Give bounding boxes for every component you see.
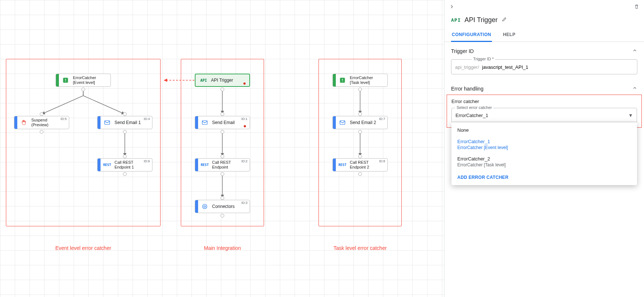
port-in[interactable] [123,112,127,116]
svg-rect-4 [202,121,207,125]
node-label: Send Email 2 [350,120,376,125]
node-label: API Trigger [211,78,233,83]
port-in[interactable] [221,196,224,200]
collapse-panel-icon[interactable] [449,4,455,11]
panel-tabs: CONFIGURATION HELP [444,28,644,42]
trigger-id-input[interactable] [481,64,633,70]
node-rest[interactable]: REST Call REST Endpoint ID:2 [195,158,250,172]
trigger-id-prefix: api_trigger/ [455,64,479,70]
node-suspend[interactable]: Suspend (Preview) ID:5 [14,116,69,129]
node-rest-2[interactable]: REST Call REST Endpoint 2 ID:8 [332,158,388,172]
integration-canvas[interactable]: Event level error catcher Main Integrati… [0,0,444,297]
port-in[interactable] [221,155,224,158]
svg-rect-1 [65,79,66,81]
dropdown-option-errorcatcher-2[interactable]: ErrorCatcher_2 ErrorCatcher [Task level] [451,153,637,170]
port-out[interactable] [221,172,224,176]
chevron-up-icon[interactable] [632,48,637,54]
node-send-email-2[interactable]: Send Email 2 ID:7 [332,116,388,129]
panel-title-row: API API Trigger [444,15,644,27]
node-send-email[interactable]: Send Email ID:1 [195,116,250,129]
node-label: Call REST Endpoint [212,160,231,170]
svg-point-5 [203,204,207,209]
port-in[interactable] [123,155,127,158]
properties-panel: API API Trigger CONFIGURATION HELP Trigg… [444,0,644,297]
select-legend: Select error catcher [455,105,493,110]
node-id: ID:8 [379,159,385,163]
svg-point-6 [204,206,206,208]
port-out[interactable] [123,130,127,134]
connector-icon [200,202,209,211]
error-icon [338,76,347,85]
port-out[interactable] [358,130,362,134]
svg-rect-9 [342,81,343,82]
section-error-handling[interactable]: Error handling [444,79,644,95]
node-label: Send Email 1 [115,120,141,125]
error-catcher-select[interactable]: Select error catcher ErrorCatcher_1 ▼ No… [451,108,637,122]
port-out[interactable] [221,214,224,218]
node-api-trigger[interactable]: API API Trigger [195,74,250,87]
node-id: ID:2 [241,159,247,163]
delete-icon[interactable] [634,4,640,11]
port-out[interactable] [221,130,224,134]
node-id: ID:3 [241,201,247,205]
tab-configuration[interactable]: CONFIGURATION [451,28,492,42]
node-rest-1[interactable]: REST Call REST Endpoint 1 ID:6 [97,158,152,172]
node-id: ID:1 [241,117,247,121]
node-label: Connectors [212,204,235,209]
port-out[interactable] [358,172,362,176]
port-out[interactable] [221,88,224,91]
node-id: ID:5 [60,117,67,121]
rest-icon: REST [338,160,347,169]
mail-icon [103,118,112,127]
section-error-handling-label: Error handling [451,86,483,92]
node-errorcatcher-event[interactable]: ErrorCatcher [Event level] [56,74,111,87]
svg-rect-3 [105,121,110,125]
trigger-id-legend: Trigger ID * [472,57,495,61]
select-value: ErrorCatcher_1 [455,113,488,118]
label-task-level: Task level error catcher [319,245,402,251]
section-trigger-id[interactable]: Trigger ID [444,42,644,57]
status-dot [243,82,246,85]
node-id: ID:7 [379,117,385,121]
mail-icon [338,118,347,127]
dropdown-option-errorcatcher-1[interactable]: ErrorCatcher_1 ErrorCatcher [Event level… [451,136,637,153]
node-label: ErrorCatcher [Task level] [350,75,373,85]
tab-help[interactable]: HELP [502,28,516,42]
panel-title: API Trigger [464,16,497,24]
error-catcher-dropdown: None ErrorCatcher_1 ErrorCatcher [Event … [451,122,637,185]
port-out[interactable] [123,172,127,176]
mail-icon [200,118,209,127]
port-in[interactable] [40,112,43,116]
node-label: Suspend (Preview) [31,118,48,127]
node-label: Send Email [212,120,235,125]
chevron-up-icon[interactable] [632,85,637,92]
node-connectors[interactable]: Connectors ID:3 [195,200,250,213]
error-catcher-heading: Error catcher [451,99,637,104]
trigger-id-field[interactable]: Trigger ID * api_trigger/ [451,59,637,74]
error-icon [61,76,70,85]
port-in[interactable] [358,155,362,158]
node-label: ErrorCatcher [Event level] [73,75,96,85]
node-send-email-1[interactable]: Send Email 1 ID:4 [97,116,152,129]
node-errorcatcher-task[interactable]: ErrorCatcher [Task level] [332,74,388,87]
label-main-integration: Main Integration [181,245,264,251]
node-label: Call REST Endpoint 1 [115,160,134,170]
port-out[interactable] [40,130,43,134]
api-badge-icon: API [451,17,461,23]
port-out[interactable] [81,88,85,91]
dropdown-option-none[interactable]: None [451,124,637,136]
hand-icon [20,118,28,127]
port-in[interactable] [221,112,224,116]
edit-title-icon[interactable] [502,16,507,24]
rest-icon: REST [103,160,112,169]
section-trigger-id-label: Trigger ID [451,48,474,54]
node-label: Call REST Endpoint 2 [350,160,369,170]
port-out[interactable] [358,88,362,91]
dropdown-add-error-catcher[interactable]: ADD ERROR CATCHER [451,170,637,183]
label-event-level: Event level error catcher [6,245,161,251]
port-in[interactable] [358,112,362,116]
caret-down-icon: ▼ [628,113,633,118]
svg-rect-2 [65,81,66,82]
status-dot [244,125,246,127]
svg-rect-10 [340,121,345,125]
